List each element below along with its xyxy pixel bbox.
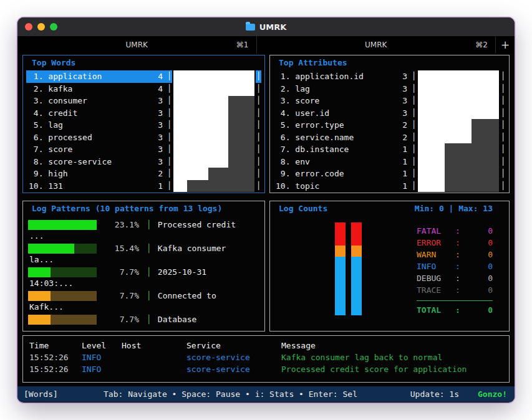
pattern-bar-fill	[28, 315, 51, 325]
update-interval: Update: 1s	[410, 389, 478, 399]
pipe-glyph: │	[167, 168, 172, 180]
log-time[interactable]: 15:52:26	[29, 351, 82, 363]
zoom-button[interactable]	[50, 23, 57, 31]
pipe-glyph: │	[167, 131, 172, 144]
column-header: Service	[186, 340, 281, 351]
top-attributes-chart: ││││││││││ ││││││││││	[411, 70, 506, 192]
keyboard-hints: Tab: Navigate • Space: Pause • i: Stats …	[104, 389, 357, 399]
top-attributes-body: 1. application.id3 2. lag3 3. score3 4. …	[270, 70, 509, 192]
list-item[interactable]: 1. application.id3	[273, 70, 411, 83]
log-level[interactable]: INFO	[82, 351, 122, 363]
pipe-glyph: │	[411, 180, 417, 193]
list-item[interactable]: 3. consumer3	[26, 95, 167, 107]
legend-value: 0	[488, 272, 493, 284]
item-label: 5. lag	[29, 119, 63, 131]
new-tab-button[interactable]: +	[496, 36, 515, 54]
list-item[interactable]: 5. lag3	[26, 119, 167, 131]
item-count: 1	[402, 156, 407, 168]
pattern-label: 2025-10-31	[158, 267, 206, 277]
log-service[interactable]: score-service	[186, 351, 281, 363]
pipe-glyph: │	[411, 143, 417, 156]
list-item[interactable]: 7. score3	[26, 143, 167, 156]
legend-colon: :	[455, 260, 460, 272]
list-item[interactable]: 4. user.id3	[273, 107, 411, 120]
list-item[interactable]: 7. db.instance1	[273, 143, 411, 156]
log-counts-header: Log Counts Min: 0 | Max: 13	[270, 201, 509, 216]
pipe-glyph: │	[411, 156, 417, 168]
pattern-separator: │	[147, 315, 152, 324]
panel-title: Log Counts	[270, 201, 327, 216]
legend-colon: :	[455, 249, 460, 260]
pattern-row[interactable]: 7.7%│Connected to	[28, 290, 259, 302]
list-item[interactable]: 10. topic1	[273, 180, 411, 193]
pipe-glyph: │	[256, 70, 261, 83]
column-header: Level	[82, 340, 122, 351]
list-item[interactable]: 2. lag3	[273, 83, 411, 95]
chart-bar	[208, 168, 229, 192]
chart-plot	[173, 70, 254, 192]
minimize-button[interactable]	[37, 23, 45, 31]
list-item[interactable]: 8. score-service3	[26, 156, 167, 168]
legend-total-row: TOTAL:0	[417, 304, 493, 316]
pattern-percent: 7.7%	[97, 291, 139, 300]
log-host[interactable]	[122, 363, 186, 375]
pattern-row[interactable]: 23.1%│Processed credit	[28, 219, 259, 231]
item-label: 10. 131	[29, 180, 63, 193]
pipe-glyph: │	[167, 143, 172, 156]
count-bar-segment	[351, 246, 362, 257]
item-count: 3	[158, 95, 163, 107]
legend-label: WARN	[417, 249, 455, 260]
list-item[interactable]: 6. service.name2	[273, 131, 411, 144]
list-item[interactable]: 5. error.type2	[273, 119, 411, 131]
count-bar	[335, 222, 346, 315]
log-time[interactable]: 15:52:26	[29, 363, 82, 375]
tab-umrk-2[interactable]: UMRK ⌘2	[257, 36, 496, 54]
legend-row: INFO:0	[417, 260, 493, 272]
log-level[interactable]: INFO	[82, 363, 122, 375]
list-item[interactable]: 2. kafka4	[26, 83, 167, 95]
pattern-row[interactable]: 7.7%│Database	[28, 313, 259, 325]
pattern-row[interactable]: 15.4%│Kafka consumer	[28, 242, 259, 254]
chart-right-axis: ││││││││││	[256, 70, 261, 192]
item-label: 9. high	[29, 168, 68, 180]
list-item[interactable]: 8. env1	[273, 156, 411, 168]
pattern-bar-fill	[28, 267, 51, 277]
count-bar-segment	[335, 246, 346, 257]
log-message[interactable]: Kafka consumer lag back to normal	[281, 351, 504, 363]
pattern-row[interactable]: 7.7%│2025-10-31	[28, 266, 259, 278]
list-item[interactable]: 9. error.code1	[273, 168, 411, 180]
tab-umrk-1[interactable]: UMRK ⌘1	[17, 36, 257, 54]
pipe-glyph: │	[500, 95, 506, 107]
item-label: 7. score	[29, 143, 72, 156]
log-host[interactable]	[122, 351, 186, 363]
list-item[interactable]: 9. high2	[26, 168, 167, 180]
tab-shortcut: ⌘1	[236, 41, 249, 49]
list-item[interactable]: 1. application4	[26, 70, 167, 83]
legend-colon: :	[455, 225, 460, 237]
list-item[interactable]: 4. credit3	[26, 107, 167, 120]
pattern-bar	[28, 244, 97, 254]
pattern-label: Processed credit	[158, 220, 236, 229]
pipe-glyph: │	[500, 107, 506, 120]
pipe-glyph: │	[167, 156, 172, 168]
pipe-glyph: │	[256, 119, 261, 131]
pattern-percent: 15.4%	[97, 244, 139, 253]
close-button[interactable]	[25, 23, 32, 31]
top-words-body: 1. application4 2. kafka4 3. consumer3 4…	[23, 70, 264, 192]
log-message[interactable]: Processed credit score for application	[281, 363, 504, 375]
list-item[interactable]: 6. processed3	[26, 131, 167, 144]
item-count: 3	[158, 119, 163, 131]
list-item[interactable]: 10. 1311	[26, 180, 167, 193]
log-service[interactable]: score-service	[186, 363, 281, 375]
pattern-separator: │	[147, 220, 152, 229]
chart-bar	[187, 180, 208, 193]
column-header: Time	[29, 340, 82, 351]
chart-bar	[445, 143, 472, 192]
item-count: 2	[402, 131, 407, 144]
chart-bar	[228, 96, 254, 192]
list-item[interactable]: 3. score3	[273, 95, 411, 107]
item-count: 4	[158, 70, 163, 83]
pipe-glyph: │	[500, 119, 506, 131]
pattern-tail: la...	[28, 254, 259, 265]
pipe-glyph: │	[411, 107, 417, 120]
